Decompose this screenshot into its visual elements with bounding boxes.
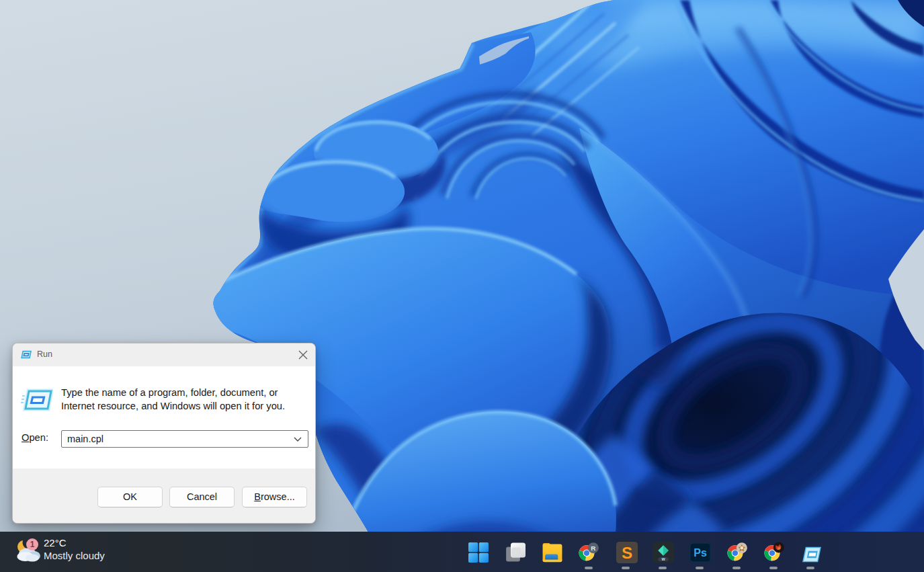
svg-text:R: R bbox=[591, 544, 595, 552]
svg-text:1: 1 bbox=[30, 540, 35, 549]
svg-text:S: S bbox=[622, 544, 632, 562]
svg-text:Ps: Ps bbox=[694, 547, 707, 559]
svg-text:w: w bbox=[661, 557, 665, 561]
